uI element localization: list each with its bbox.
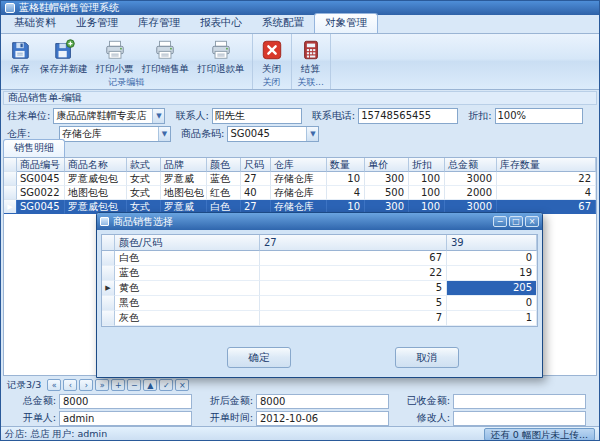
discount-input[interactable]	[495, 108, 583, 124]
cell[interactable]: SG0045	[17, 200, 65, 214]
nav-last-button[interactable]: »	[95, 379, 109, 391]
cell[interactable]: 4	[497, 186, 596, 200]
nav-next-button[interactable]: ›	[79, 379, 93, 391]
cell[interactable]: 7	[260, 311, 447, 326]
save-button[interactable]: 保存	[4, 36, 36, 77]
tab-sales-detail[interactable]: 销售明细	[3, 139, 65, 157]
column-header[interactable]: 仓库	[271, 158, 327, 172]
cell[interactable]: SG0045	[17, 172, 65, 186]
nav-insert-button[interactable]: +	[111, 379, 125, 391]
maximize-icon[interactable]: □	[509, 216, 523, 227]
nav-edit-button[interactable]: ▲	[143, 379, 157, 391]
cell[interactable]: 4	[327, 186, 365, 200]
cell[interactable]: 黑色	[115, 296, 260, 311]
table-row[interactable]: SG0022 地图包包 女式 地图包包 红色 40 存储仓库 4 500 100…	[4, 186, 596, 200]
nav-prev-button[interactable]: ‹	[63, 379, 77, 391]
column-header[interactable]: 商品名称	[65, 158, 127, 172]
table-row[interactable]: SG0045 罗意威包包 女式 罗意威 蓝色 27 存储仓库 10 300 10…	[4, 172, 596, 186]
cell[interactable]: 蓝色	[115, 266, 260, 281]
print-receipt-button[interactable]: 打印小票	[92, 36, 138, 77]
table-row[interactable]: 黑色 5 0	[102, 296, 537, 311]
cell[interactable]: SG0022	[17, 186, 65, 200]
cell[interactable]: 100	[409, 172, 445, 186]
cell[interactable]: 黄色	[115, 281, 260, 296]
column-header[interactable]: 总金额	[445, 158, 497, 172]
cell[interactable]: 地图包包	[161, 186, 207, 200]
received-amount-input[interactable]	[453, 394, 586, 409]
cell[interactable]: 500	[365, 186, 409, 200]
cancel-button[interactable]: 取消	[395, 347, 459, 368]
warehouse-field[interactable]: ▼	[59, 126, 171, 142]
cell[interactable]: 存储仓库	[271, 186, 327, 200]
cell[interactable]: 女式	[127, 186, 161, 200]
column-header[interactable]: 尺码	[241, 158, 271, 172]
cell[interactable]: 罗意威	[161, 172, 207, 186]
contact-field[interactable]	[212, 108, 302, 124]
cell[interactable]: 0	[447, 296, 537, 311]
dialog-titlebar[interactable]: 商品销售选择 − □ ×	[97, 213, 542, 230]
cell[interactable]: 40	[241, 186, 271, 200]
cell[interactable]: 67	[260, 251, 447, 266]
cell[interactable]: 蓝色	[207, 172, 241, 186]
chevron-down-icon[interactable]: ▼	[306, 127, 318, 141]
cell[interactable]: 100	[409, 186, 445, 200]
table-row[interactable]: 白色 67 0	[102, 251, 537, 266]
tab-inventory[interactable]: 库存管理	[128, 14, 190, 33]
nav-post-button[interactable]: ✓	[159, 379, 173, 391]
cell[interactable]: 灰色	[115, 311, 260, 326]
cell[interactable]: 5	[260, 296, 447, 311]
cell[interactable]: 27	[241, 172, 271, 186]
selected-cell[interactable]: 205	[447, 281, 537, 296]
minimize-icon[interactable]: −	[493, 216, 507, 227]
nav-delete-button[interactable]: −	[127, 379, 141, 391]
table-row-selected[interactable]: ▶ 黄色 5 205	[102, 281, 537, 296]
nav-first-button[interactable]: «	[47, 379, 61, 391]
table-row[interactable]: 蓝色 22 19	[102, 266, 537, 281]
column-header[interactable]: 库存数量	[497, 158, 596, 172]
phone-input[interactable]	[358, 108, 458, 124]
cell[interactable]: 5	[260, 281, 447, 296]
tab-object-management[interactable]: 对象管理	[314, 13, 378, 33]
cell[interactable]: 300	[365, 172, 409, 186]
column-header[interactable]: 数量	[327, 158, 365, 172]
cell[interactable]: 3000	[445, 172, 497, 186]
ok-button[interactable]: 确定	[227, 347, 291, 368]
warehouse-input[interactable]	[59, 126, 171, 142]
cell[interactable]: 0	[447, 251, 537, 266]
status-upload-badge[interactable]: 还有 0 幅图片未上传...	[484, 428, 595, 441]
cell[interactable]: 地图包包	[65, 186, 127, 200]
tab-reports[interactable]: 报表中心	[190, 14, 252, 33]
cell[interactable]: 22	[260, 266, 447, 281]
partner-input[interactable]	[53, 108, 165, 124]
total-amount-input[interactable]	[59, 394, 192, 409]
tab-basic-data[interactable]: 基础资料	[4, 14, 66, 33]
close-icon[interactable]: ×	[525, 216, 539, 227]
chevron-down-icon[interactable]: ▼	[158, 127, 170, 141]
column-header[interactable]: 商品编号	[17, 158, 65, 172]
creator-input[interactable]	[59, 411, 192, 426]
tab-business[interactable]: 业务管理	[66, 14, 128, 33]
barcode-field[interactable]: ▼	[227, 126, 319, 142]
contact-input[interactable]	[212, 108, 302, 124]
cell[interactable]: 22	[497, 172, 596, 186]
print-sales-order-button[interactable]: 打印销售单	[138, 36, 194, 77]
cell[interactable]: 白色	[115, 251, 260, 266]
tab-system-config[interactable]: 系统配置	[252, 14, 314, 33]
discounted-amount-input[interactable]	[256, 394, 389, 409]
column-header[interactable]: 折扣	[409, 158, 445, 172]
modifier-input[interactable]	[453, 411, 586, 426]
column-header[interactable]: 款式	[127, 158, 161, 172]
column-header[interactable]: 品牌	[161, 158, 207, 172]
cell[interactable]: 存储仓库	[271, 172, 327, 186]
column-header[interactable]: 27	[260, 235, 447, 251]
cell[interactable]: 2000	[445, 186, 497, 200]
cell[interactable]: 女式	[127, 172, 161, 186]
nav-cancel-button[interactable]: ×	[175, 379, 189, 391]
print-refund-button[interactable]: 打印退款单	[193, 36, 249, 77]
chevron-down-icon[interactable]: ▼	[152, 109, 164, 123]
settle-button[interactable]: 结算	[295, 36, 327, 77]
cell[interactable]: 10	[327, 172, 365, 186]
close-button[interactable]: 关闭	[256, 36, 288, 77]
create-time-input[interactable]	[256, 411, 389, 426]
column-header[interactable]: 颜色/尺码	[115, 235, 260, 251]
